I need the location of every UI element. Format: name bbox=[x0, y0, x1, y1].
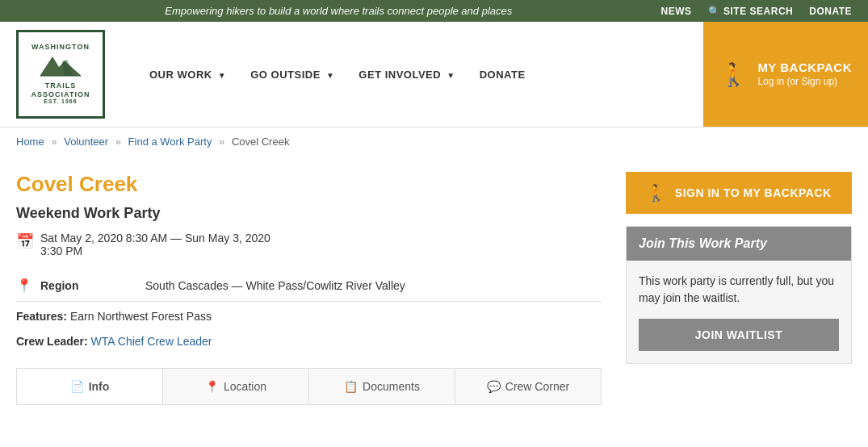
features-label: Features: bbox=[16, 310, 67, 323]
site-search-link[interactable]: 🔍 SITE SEARCH bbox=[708, 6, 794, 17]
time-end: 3:30 PM bbox=[40, 244, 82, 257]
crew-corner-icon: 💬 bbox=[487, 380, 501, 393]
crew-leader-row: Crew Leader: WTA Chief Crew Leader bbox=[16, 331, 602, 352]
content-left: Covel Creek Weekend Work Party 📅 Sat May… bbox=[16, 172, 602, 405]
page-title: Covel Creek bbox=[16, 172, 602, 197]
tagline: Empowering hikers to build a world where… bbox=[16, 5, 661, 17]
nav-menu: OUR WORK ▼ GO OUTSIDE ▼ GET INVOLVED ▼ D… bbox=[137, 61, 538, 89]
content-right: 🚶 SIGN IN TO MY BACKPACK Join This Work … bbox=[626, 172, 852, 405]
breadcrumb-home[interactable]: Home bbox=[16, 136, 44, 148]
sign-in-button[interactable]: 🚶 SIGN IN TO MY BACKPACK bbox=[626, 172, 852, 214]
calendar-icon: 📅 bbox=[16, 232, 34, 250]
date-separator: — bbox=[170, 232, 185, 244]
tabs: 📄 Info 📍 Location 📋 Documents 💬 Crew Cor… bbox=[16, 368, 602, 405]
news-link[interactable]: NEWS bbox=[661, 6, 692, 17]
date-start: Sat May 2, 2020 8:30 AM bbox=[40, 232, 167, 244]
donate-top-link[interactable]: DONATE bbox=[809, 6, 852, 17]
nav-donate[interactable]: DONATE bbox=[468, 61, 538, 89]
tab-location[interactable]: 📍 Location bbox=[163, 369, 309, 404]
breadcrumb-find-work-party[interactable]: Find a Work Party bbox=[128, 136, 212, 148]
location-icon: 📍 bbox=[205, 380, 219, 393]
join-panel-body: This work party is currently full, but y… bbox=[627, 261, 851, 363]
backpack-icon: 🚶 bbox=[719, 61, 748, 88]
top-bar: Empowering hikers to build a world where… bbox=[0, 0, 868, 22]
region-label: Region bbox=[40, 279, 137, 292]
logo[interactable]: WASHINGTON TRAILS ASSOCIATION EST. 1966 bbox=[16, 30, 105, 119]
join-panel-text: This work party is currently full, but y… bbox=[639, 273, 839, 307]
tab-crew-corner[interactable]: 💬 Crew Corner bbox=[455, 369, 601, 404]
breadcrumb-current: Covel Creek bbox=[232, 136, 290, 148]
hiker-icon: 🚶 bbox=[646, 183, 667, 203]
main-content: Covel Creek Weekend Work Party 📅 Sat May… bbox=[0, 156, 868, 421]
crew-leader-label: Crew Leader: bbox=[16, 335, 88, 348]
join-waitlist-button[interactable]: JOIN WAITLIST bbox=[639, 319, 839, 351]
breadcrumb: Home » Volunteer » Find a Work Party » C… bbox=[0, 127, 868, 156]
logo-line2: TRAILS bbox=[31, 81, 90, 90]
svg-marker-0 bbox=[40, 57, 81, 76]
search-icon: 🔍 bbox=[708, 6, 721, 17]
backpack-subtitle: Log in (or Sign up) bbox=[757, 76, 852, 89]
breadcrumb-volunteer[interactable]: Volunteer bbox=[64, 136, 108, 148]
logo-line1: WASHINGTON bbox=[31, 43, 90, 52]
logo-line3: ASSOCIATION bbox=[31, 90, 90, 99]
region-row: 📍 Region South Cascades — White Pass/Cow… bbox=[16, 269, 602, 302]
logo-est: EST. 1966 bbox=[31, 98, 90, 105]
join-panel-header: Join This Work Party bbox=[627, 227, 851, 261]
tab-documents[interactable]: 📋 Documents bbox=[309, 369, 455, 404]
tab-info[interactable]: 📄 Info bbox=[17, 369, 163, 404]
nav-get-involved[interactable]: GET INVOLVED ▼ bbox=[346, 61, 467, 89]
features-row: Features: Earn Northwest Forest Pass bbox=[16, 302, 602, 331]
join-panel: Join This Work Party This work party is … bbox=[626, 226, 852, 364]
nav-our-work[interactable]: OUR WORK ▼ bbox=[137, 61, 238, 89]
chevron-down-icon: ▼ bbox=[447, 71, 455, 80]
my-backpack-button[interactable]: 🚶 MY BACKPACK Log in (or Sign up) bbox=[703, 22, 868, 127]
crew-leader-link[interactable]: WTA Chief Crew Leader bbox=[91, 335, 212, 348]
chevron-down-icon: ▼ bbox=[218, 71, 226, 80]
event-date-row: 📅 Sat May 2, 2020 8:30 AM — Sun May 3, 2… bbox=[16, 232, 602, 257]
event-type: Weekend Work Party bbox=[16, 205, 602, 222]
backpack-title: MY BACKPACK bbox=[757, 60, 852, 76]
pin-icon: 📍 bbox=[16, 278, 32, 293]
nav-go-outside[interactable]: GO OUTSIDE ▼ bbox=[238, 61, 346, 89]
logo-area: WASHINGTON TRAILS ASSOCIATION EST. 1966 bbox=[0, 22, 129, 127]
mountain-icon bbox=[36, 53, 85, 77]
top-links: NEWS 🔍 SITE SEARCH DONATE bbox=[661, 6, 852, 17]
region-value: South Cascades — White Pass/Cowlitz Rive… bbox=[145, 279, 405, 292]
features-value: Earn Northwest Forest Pass bbox=[70, 310, 212, 323]
documents-icon: 📋 bbox=[344, 380, 358, 393]
main-nav: OUR WORK ▼ GO OUTSIDE ▼ GET INVOLVED ▼ D… bbox=[129, 22, 703, 127]
date-end: Sun May 3, 2020 bbox=[185, 232, 270, 244]
chevron-down-icon: ▼ bbox=[326, 71, 334, 80]
info-icon: 📄 bbox=[70, 380, 84, 393]
header: WASHINGTON TRAILS ASSOCIATION EST. 1966 … bbox=[0, 22, 868, 127]
